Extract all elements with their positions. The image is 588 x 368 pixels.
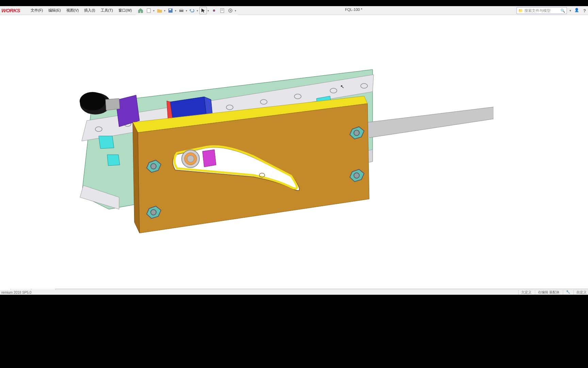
svg-point-26 <box>124 122 131 126</box>
menu-bar: WORKS 文件(F) 编辑(E) 视图(V) 插入(I) 工具(T) 窗口(W… <box>0 6 588 15</box>
svg-marker-41 <box>350 169 364 182</box>
save-button[interactable] <box>167 7 174 14</box>
new-dropdown[interactable]: ▼ <box>152 10 155 12</box>
status-assembly-icon: 🔧 <box>563 290 570 295</box>
svg-rect-0 <box>147 9 150 13</box>
home-button[interactable] <box>137 7 144 14</box>
status-bar: remium 2018 SP5.0 欠定义 在编辑 装配体 🔧 自定义 <box>0 290 588 295</box>
open-button[interactable] <box>156 7 163 14</box>
status-version: remium 2018 SP5.0 <box>1 291 31 294</box>
options-button[interactable] <box>227 7 234 14</box>
mouse-cursor: ↖ <box>340 84 344 89</box>
new-button[interactable] <box>145 7 152 14</box>
menu-insert[interactable]: 插入(I) <box>81 6 98 14</box>
svg-rect-2 <box>169 9 171 10</box>
svg-point-40 <box>354 130 359 136</box>
undo-button[interactable] <box>189 7 196 14</box>
save-dropdown[interactable]: ▼ <box>174 10 177 12</box>
app-logo: WORKS <box>0 7 23 13</box>
svg-marker-43 <box>147 160 161 172</box>
svg-point-30 <box>294 94 301 99</box>
options-dropdown[interactable]: ▼ <box>234 10 237 12</box>
svg-point-35 <box>182 150 199 168</box>
menu-file[interactable]: 文件(F) <box>28 6 46 14</box>
select-dropdown[interactable]: ▼ <box>207 10 210 12</box>
svg-point-44 <box>151 164 156 169</box>
svg-point-37 <box>187 155 194 162</box>
search-input[interactable]: 📁 搜索文件与模型 🔍 <box>517 7 567 14</box>
3d-viewport[interactable]: ↖ <box>0 15 588 289</box>
svg-point-46 <box>151 210 156 215</box>
search-placeholder: 搜索文件与模型 <box>524 8 551 13</box>
open-dropdown[interactable]: ▼ <box>163 10 166 12</box>
menu-view[interactable]: 视图(V) <box>64 6 82 14</box>
status-constraint: 欠定义 <box>518 290 532 295</box>
svg-marker-45 <box>147 206 161 218</box>
svg-point-36 <box>184 153 197 165</box>
menu-edit[interactable]: 编辑(E) <box>46 6 64 14</box>
svg-point-27 <box>191 111 197 116</box>
svg-point-32 <box>361 83 368 88</box>
search-icon[interactable]: 🔍 <box>560 9 565 13</box>
3d-model-render <box>68 63 493 274</box>
status-editing: 在编辑 装配体 <box>535 290 559 295</box>
rebuild-button[interactable] <box>210 7 218 14</box>
file-props-button[interactable] <box>218 7 226 14</box>
menu-window[interactable]: 窗口(W) <box>116 6 135 14</box>
svg-point-28 <box>226 105 233 110</box>
print-dropdown[interactable]: ▼ <box>185 10 188 12</box>
search-dropdown[interactable]: ▼ <box>569 9 572 12</box>
svg-point-31 <box>330 88 337 93</box>
select-button[interactable] <box>199 7 207 14</box>
svg-marker-39 <box>350 127 364 139</box>
svg-point-34 <box>80 92 105 110</box>
svg-point-42 <box>354 173 359 178</box>
status-custom: 自定义 <box>573 290 587 295</box>
svg-point-33 <box>80 93 111 114</box>
svg-point-25 <box>95 127 102 132</box>
svg-point-29 <box>260 99 267 104</box>
document-title: FQL-100 * <box>345 7 362 12</box>
help-icon[interactable]: ? <box>582 8 587 13</box>
user-icon[interactable]: 👤 <box>574 8 580 13</box>
menu-tools[interactable]: 工具(T) <box>98 6 116 14</box>
svg-rect-4 <box>180 9 183 10</box>
svg-point-11 <box>230 10 231 11</box>
svg-point-38 <box>259 173 265 177</box>
main-toolbar: ▼ ▼ ▼ ▼ ▼ ▼ <box>135 6 238 15</box>
svg-rect-3 <box>179 10 183 12</box>
svg-point-24 <box>367 122 372 137</box>
folder-icon: 📁 <box>518 9 523 13</box>
undo-dropdown[interactable]: ▼ <box>196 10 199 12</box>
print-button[interactable] <box>178 7 185 14</box>
